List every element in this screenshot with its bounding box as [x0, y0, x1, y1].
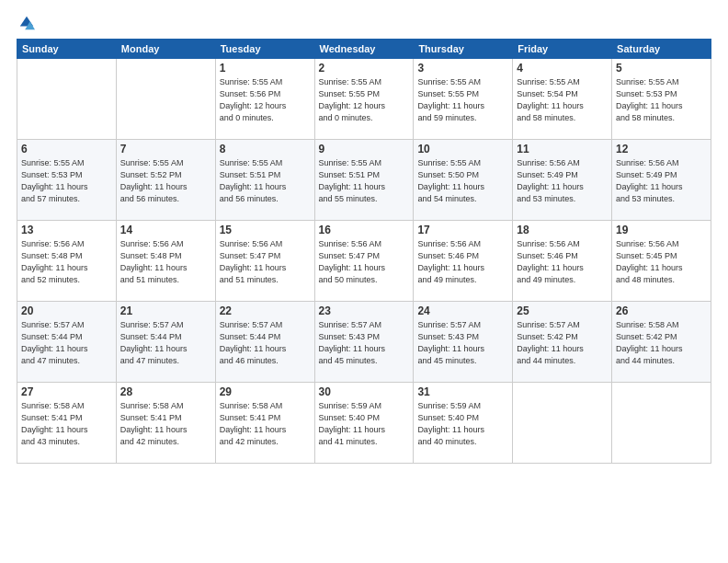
- day-info: Sunrise: 5:58 AMSunset: 5:42 PMDaylight:…: [616, 319, 707, 367]
- weekday-header-tuesday: Tuesday: [215, 40, 314, 59]
- day-info: Sunrise: 5:56 AMSunset: 5:49 PMDaylight:…: [616, 157, 707, 205]
- day-info: Sunrise: 5:55 AMSunset: 5:51 PMDaylight:…: [319, 157, 410, 205]
- calendar-cell: 16Sunrise: 5:56 AMSunset: 5:47 PMDayligh…: [314, 221, 414, 302]
- day-info: Sunrise: 5:55 AMSunset: 5:56 PMDaylight:…: [220, 76, 311, 124]
- day-number: 12: [616, 143, 707, 155]
- day-number: 30: [319, 385, 410, 398]
- calendar-week-5: 27Sunrise: 5:58 AMSunset: 5:41 PMDayligh…: [17, 383, 711, 464]
- day-info: Sunrise: 5:59 AMSunset: 5:40 PMDaylight:…: [417, 400, 508, 448]
- calendar-cell: 21Sunrise: 5:57 AMSunset: 5:44 PMDayligh…: [116, 302, 215, 383]
- header: [17, 15, 711, 31]
- calendar-cell: 1Sunrise: 5:55 AMSunset: 5:56 PMDaylight…: [215, 59, 314, 140]
- day-number: 29: [220, 385, 311, 398]
- day-info: Sunrise: 5:55 AMSunset: 5:53 PMDaylight:…: [616, 76, 707, 124]
- calendar-week-1: 1Sunrise: 5:55 AMSunset: 5:56 PMDaylight…: [17, 59, 711, 140]
- day-info: Sunrise: 5:56 AMSunset: 5:48 PMDaylight:…: [21, 238, 112, 286]
- calendar-cell: 24Sunrise: 5:57 AMSunset: 5:43 PMDayligh…: [414, 302, 513, 383]
- calendar-cell: 18Sunrise: 5:56 AMSunset: 5:46 PMDayligh…: [513, 221, 612, 302]
- calendar-cell: 6Sunrise: 5:55 AMSunset: 5:53 PMDaylight…: [17, 140, 117, 221]
- page: SundayMondayTuesdayWednesdayThursdayFrid…: [0, 0, 728, 563]
- calendar-cell: 9Sunrise: 5:55 AMSunset: 5:51 PMDaylight…: [314, 140, 414, 221]
- calendar-cell: 10Sunrise: 5:55 AMSunset: 5:50 PMDayligh…: [414, 140, 513, 221]
- day-info: Sunrise: 5:58 AMSunset: 5:41 PMDaylight:…: [120, 400, 211, 448]
- calendar-cell: 7Sunrise: 5:55 AMSunset: 5:52 PMDaylight…: [116, 140, 215, 221]
- day-number: 14: [120, 224, 211, 236]
- calendar-cell: [513, 383, 612, 464]
- calendar-cell: 19Sunrise: 5:56 AMSunset: 5:45 PMDayligh…: [612, 221, 711, 302]
- day-info: Sunrise: 5:56 AMSunset: 5:49 PMDaylight:…: [517, 157, 608, 205]
- day-number: 5: [616, 62, 707, 75]
- calendar-week-3: 13Sunrise: 5:56 AMSunset: 5:48 PMDayligh…: [17, 221, 711, 302]
- day-number: 6: [21, 143, 112, 155]
- day-number: 15: [220, 224, 311, 236]
- day-info: Sunrise: 5:57 AMSunset: 5:43 PMDaylight:…: [319, 319, 410, 367]
- day-number: 22: [220, 304, 311, 317]
- calendar-cell: 20Sunrise: 5:57 AMSunset: 5:44 PMDayligh…: [17, 302, 117, 383]
- calendar-week-2: 6Sunrise: 5:55 AMSunset: 5:53 PMDaylight…: [17, 140, 711, 221]
- day-number: 10: [417, 143, 508, 155]
- day-number: 28: [120, 385, 211, 398]
- weekday-header-thursday: Thursday: [414, 40, 513, 59]
- calendar-table: SundayMondayTuesdayWednesdayThursdayFrid…: [17, 39, 711, 464]
- calendar-cell: 26Sunrise: 5:58 AMSunset: 5:42 PMDayligh…: [612, 302, 711, 383]
- day-info: Sunrise: 5:55 AMSunset: 5:55 PMDaylight:…: [319, 76, 410, 124]
- day-number: 16: [319, 224, 410, 236]
- day-number: 26: [616, 304, 707, 317]
- day-info: Sunrise: 5:55 AMSunset: 5:50 PMDaylight:…: [417, 157, 508, 205]
- day-info: Sunrise: 5:57 AMSunset: 5:44 PMDaylight:…: [120, 319, 211, 367]
- day-number: 9: [319, 143, 410, 155]
- calendar-cell: 15Sunrise: 5:56 AMSunset: 5:47 PMDayligh…: [215, 221, 314, 302]
- day-info: Sunrise: 5:55 AMSunset: 5:54 PMDaylight:…: [517, 76, 608, 124]
- day-number: 24: [417, 304, 508, 317]
- calendar-cell: 12Sunrise: 5:56 AMSunset: 5:49 PMDayligh…: [612, 140, 711, 221]
- calendar-cell: 30Sunrise: 5:59 AMSunset: 5:40 PMDayligh…: [314, 383, 414, 464]
- day-info: Sunrise: 5:56 AMSunset: 5:47 PMDaylight:…: [220, 238, 311, 286]
- calendar-cell: 25Sunrise: 5:57 AMSunset: 5:42 PMDayligh…: [513, 302, 612, 383]
- day-number: 21: [120, 304, 211, 317]
- calendar-cell: 23Sunrise: 5:57 AMSunset: 5:43 PMDayligh…: [314, 302, 414, 383]
- day-info: Sunrise: 5:57 AMSunset: 5:44 PMDaylight:…: [220, 319, 311, 367]
- day-info: Sunrise: 5:56 AMSunset: 5:48 PMDaylight:…: [120, 238, 211, 286]
- calendar-cell: 22Sunrise: 5:57 AMSunset: 5:44 PMDayligh…: [215, 302, 314, 383]
- day-number: 25: [517, 304, 608, 317]
- day-info: Sunrise: 5:58 AMSunset: 5:41 PMDaylight:…: [21, 400, 112, 448]
- day-number: 1: [220, 62, 311, 75]
- day-number: 18: [517, 224, 608, 236]
- day-number: 11: [517, 143, 608, 155]
- weekday-header-monday: Monday: [116, 40, 215, 59]
- weekday-header-sunday: Sunday: [17, 40, 117, 59]
- day-number: 7: [120, 143, 211, 155]
- calendar-cell: 17Sunrise: 5:56 AMSunset: 5:46 PMDayligh…: [414, 221, 513, 302]
- calendar-cell: 8Sunrise: 5:55 AMSunset: 5:51 PMDaylight…: [215, 140, 314, 221]
- calendar-cell: 13Sunrise: 5:56 AMSunset: 5:48 PMDayligh…: [17, 221, 117, 302]
- day-info: Sunrise: 5:57 AMSunset: 5:43 PMDaylight:…: [417, 319, 508, 367]
- calendar-cell: 29Sunrise: 5:58 AMSunset: 5:41 PMDayligh…: [215, 383, 314, 464]
- day-info: Sunrise: 5:55 AMSunset: 5:53 PMDaylight:…: [21, 157, 112, 205]
- calendar-week-4: 20Sunrise: 5:57 AMSunset: 5:44 PMDayligh…: [17, 302, 711, 383]
- calendar-cell: 2Sunrise: 5:55 AMSunset: 5:55 PMDaylight…: [314, 59, 414, 140]
- weekday-header-saturday: Saturday: [612, 40, 711, 59]
- day-info: Sunrise: 5:55 AMSunset: 5:55 PMDaylight:…: [417, 76, 508, 124]
- day-number: 4: [517, 62, 608, 75]
- calendar-cell: [17, 59, 117, 140]
- calendar-cell: 11Sunrise: 5:56 AMSunset: 5:49 PMDayligh…: [513, 140, 612, 221]
- day-info: Sunrise: 5:56 AMSunset: 5:47 PMDaylight:…: [319, 238, 410, 286]
- calendar-cell: 31Sunrise: 5:59 AMSunset: 5:40 PMDayligh…: [414, 383, 513, 464]
- calendar-cell: 4Sunrise: 5:55 AMSunset: 5:54 PMDaylight…: [513, 59, 612, 140]
- day-info: Sunrise: 5:55 AMSunset: 5:52 PMDaylight:…: [120, 157, 211, 205]
- day-info: Sunrise: 5:57 AMSunset: 5:44 PMDaylight:…: [21, 319, 112, 367]
- day-info: Sunrise: 5:56 AMSunset: 5:46 PMDaylight:…: [417, 238, 508, 286]
- day-info: Sunrise: 5:59 AMSunset: 5:40 PMDaylight:…: [319, 400, 410, 448]
- day-info: Sunrise: 5:58 AMSunset: 5:41 PMDaylight:…: [220, 400, 311, 448]
- day-number: 20: [21, 304, 112, 317]
- weekday-header-friday: Friday: [513, 40, 612, 59]
- calendar-cell: 28Sunrise: 5:58 AMSunset: 5:41 PMDayligh…: [116, 383, 215, 464]
- day-number: 19: [616, 224, 707, 236]
- calendar-cell: 5Sunrise: 5:55 AMSunset: 5:53 PMDaylight…: [612, 59, 711, 140]
- logo-icon: [18, 15, 35, 31]
- day-info: Sunrise: 5:56 AMSunset: 5:45 PMDaylight:…: [616, 238, 707, 286]
- day-number: 3: [417, 62, 508, 75]
- day-number: 8: [220, 143, 311, 155]
- calendar-cell: 3Sunrise: 5:55 AMSunset: 5:55 PMDaylight…: [414, 59, 513, 140]
- day-info: Sunrise: 5:55 AMSunset: 5:51 PMDaylight:…: [220, 157, 311, 205]
